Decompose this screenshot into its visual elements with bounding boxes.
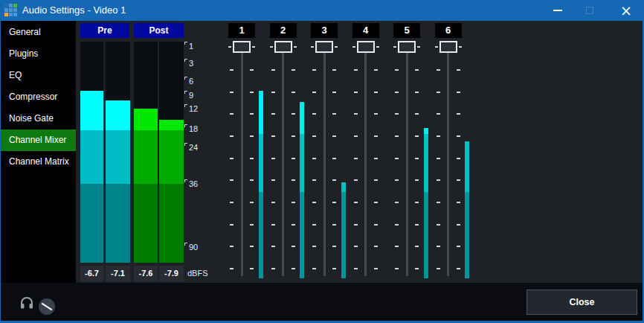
maximize-button[interactable] [574,0,605,21]
sidebar-item-channel-mixer[interactable]: Channel Mixer [1,129,76,151]
slider-tick [374,179,378,181]
slider-tick [417,46,420,48]
slider-tick [395,246,399,247]
slider-tick [250,268,254,269]
slider-tick [393,46,396,48]
slider-tick [250,224,254,226]
meter-bar-pre-l [80,184,103,263]
slider-tick [312,179,316,181]
slider-tick [312,202,316,203]
meter-bar-post-r [159,184,184,263]
slider-tick [374,202,378,203]
minimize-button[interactable] [542,0,573,21]
scale-tick-mark [184,104,187,107]
slider-tick [250,179,254,181]
channel-6-level-meter [465,141,469,192]
slider-tick [230,268,234,269]
slider-tick [332,202,336,203]
channel-5-slider-track[interactable] [406,43,408,276]
slider-tick [354,224,358,226]
sidebar-item-channel-matrix[interactable]: Channel Matrix [1,151,76,173]
slider-tick [354,113,358,115]
slider-tick [415,179,419,181]
slider-tick [228,46,231,48]
slider-tick [271,179,275,181]
channel-5-header: 5 [393,23,420,38]
slider-tick [354,135,358,137]
channel-6-slider-track[interactable] [447,43,449,276]
slider-tick [354,158,358,159]
meter-bar-pre-r [106,184,130,263]
scale-tick-mark [184,143,187,146]
slider-tick [354,202,358,203]
slider-tick [415,224,419,226]
sidebar-item-plugins[interactable]: Plugins [1,43,76,65]
slider-tick [437,113,440,115]
slider-tick [437,92,440,93]
sidebar-item-noise-gate[interactable]: Noise Gate [1,108,76,129]
slider-tick [271,268,275,269]
slider-tick [415,69,419,71]
scale-tick-mark [184,59,187,62]
slider-tick [354,92,358,93]
slider-tick [230,246,234,247]
sidebar-item-general[interactable]: General [1,22,76,43]
slider-tick [415,246,419,247]
slider-tick [415,158,419,159]
slider-tick [311,46,314,48]
slider-tick [332,113,336,115]
slider-tick [395,268,399,269]
sidebar-item-compressor[interactable]: Compressor [1,86,76,108]
slider-tick [374,246,378,247]
headphones-icon[interactable] [19,295,34,310]
slider-tick [415,202,419,203]
meter-readout-pre-l: -6.7 [80,266,103,281]
slider-tick [332,92,336,93]
close-button[interactable]: Close [527,290,637,315]
channel-1-level-meter [259,134,263,192]
slider-tick [292,179,295,181]
slider-tick [250,202,254,203]
titlebar: Audio Settings - Video 1 × [0,0,644,21]
slider-tick [437,135,440,137]
scale-tick-6: 6 [184,76,193,86]
slider-tick [437,224,440,226]
slider-tick [457,92,460,93]
scale-tick-9: 9 [184,90,193,100]
meter-bar-post-r [159,120,184,130]
channel-5-level-meter [424,134,428,192]
slider-tick [271,135,275,137]
slider-tick [292,69,295,71]
channel-3-slider-track[interactable] [323,43,326,276]
channel-4-slider-thumb[interactable] [357,41,375,53]
scale-tick-24: 24 [184,142,198,153]
slider-tick [332,135,336,137]
slider-tick [312,92,316,93]
close-window-button[interactable]: × [611,0,642,21]
slider-tick [292,268,295,269]
scale-tick-mark [184,243,187,246]
slider-tick [374,135,378,137]
channel-1-slider-track[interactable] [241,43,243,276]
channel-4-slider-track[interactable] [364,43,367,276]
channel-1-slider-thumb[interactable] [233,41,251,53]
slider-tick [230,69,234,71]
scale-tick-mark [184,77,187,80]
slider-tick [271,113,275,115]
channel-5-slider-thumb[interactable] [398,41,416,53]
channel-6-slider-thumb[interactable] [439,41,457,53]
headphone-volume-knob[interactable] [39,298,55,315]
channel-2-slider-thumb[interactable] [274,41,292,53]
channel-2-slider-track[interactable] [282,43,284,276]
channel-4-header: 4 [352,23,379,38]
sidebar-item-eq[interactable]: EQ [1,65,76,86]
slider-tick [437,246,440,247]
slider-tick [395,179,399,181]
channel-3-slider-thumb[interactable] [315,41,333,53]
meter-bar-post-l [134,184,158,263]
slider-tick [395,158,399,159]
slider-tick [354,268,358,269]
slider-tick [332,224,336,226]
scale-tick-mark [184,124,187,127]
slider-tick [435,46,438,48]
